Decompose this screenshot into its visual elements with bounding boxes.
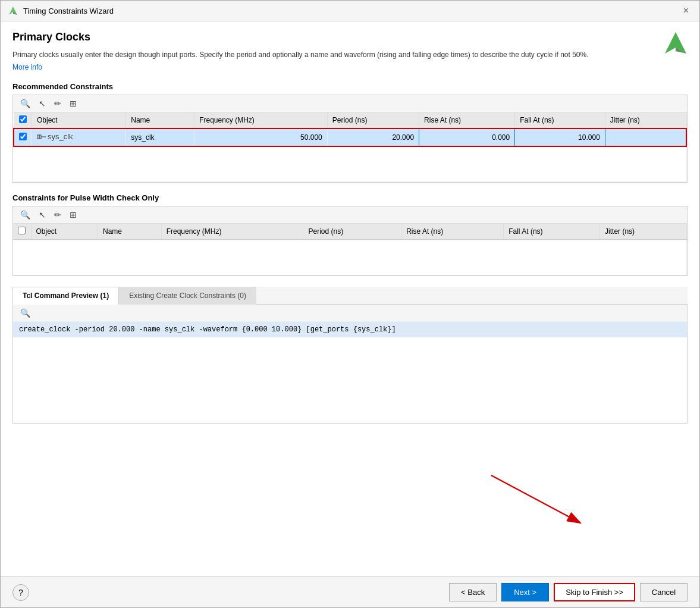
column-button-pulse[interactable]: ⊞ (67, 209, 79, 221)
pulse-col-object: Object (31, 224, 98, 240)
pulse-col-checkbox (13, 224, 31, 240)
row-object-cell: sys_clk (32, 129, 126, 146)
main-window: Timing Constraints Wizard × Primary Cloc… (0, 0, 700, 608)
app-icon (8, 5, 18, 16)
pulse-col-rise: Rise At (ns) (401, 224, 504, 240)
edit-icon-rec: ✏ (54, 99, 61, 108)
titlebar: Timing Constraints Wizard × (1, 1, 699, 21)
tab-existing-constraints[interactable]: Existing Create Clock Constraints (0) (119, 287, 256, 305)
clock-object-icon: sys_clk (37, 132, 73, 141)
recommended-table-container: 🔍 ↖ ✏ ⊞ (12, 95, 688, 183)
col-period: Period (ns) (327, 112, 419, 129)
pulse-empty-row (13, 240, 687, 275)
row-frequency-cell: 50.000 (194, 129, 328, 146)
pulse-toolbar: 🔍 ↖ ✏ ⊞ (13, 206, 687, 224)
column-button-rec[interactable]: ⊞ (67, 98, 79, 109)
pulse-col-jitter: Jitter (ns) (600, 224, 687, 240)
tab-toolbar: 🔍 (13, 305, 687, 322)
edit-icon-pulse: ✏ (54, 210, 61, 220)
tabs-section: Tcl Command Preview (1) Existing Create … (12, 287, 688, 424)
search-button-tcl[interactable]: 🔍 (18, 307, 33, 319)
more-info-link[interactable]: More info (12, 63, 42, 71)
help-button[interactable]: ? (12, 584, 29, 601)
recommended-toolbar: 🔍 ↖ ✏ ⊞ (13, 95, 687, 112)
pulse-header-row: Object Name Frequency (MHz) Period (ns) … (13, 224, 687, 240)
pulse-width-title: Constraints for Pulse Width Check Only (12, 193, 688, 202)
row-fall-cell[interactable]: 10.000 (515, 129, 605, 146)
pulse-col-name: Name (98, 224, 162, 240)
col-rise: Rise At (ns) (419, 112, 515, 129)
pulse-col-fall: Fall At (ns) (504, 224, 600, 240)
col-object: Object (32, 112, 126, 129)
table-row: sys_clk sys_clk 50.000 20.000 0.000 10.0… (14, 129, 686, 146)
recommended-title: Recommended Constraints (12, 82, 688, 91)
col-checkbox (14, 112, 32, 129)
pulse-width-section: Constraints for Pulse Width Check Only 🔍… (12, 193, 688, 276)
footer-left: ? (12, 584, 29, 601)
svg-rect-5 (39, 135, 41, 139)
row-rise-cell[interactable]: 0.000 (419, 129, 515, 146)
row-name-cell: sys_clk (126, 129, 194, 146)
table-header-row: Object Name Frequency (MHz) Period (ns) … (14, 112, 686, 129)
row-jitter-cell (605, 129, 686, 146)
svg-line-8 (491, 475, 580, 523)
pulse-table: Object Name Frequency (MHz) Period (ns) … (13, 224, 687, 275)
column-icon-rec: ⊞ (70, 99, 77, 108)
col-fall: Fall At (ns) (515, 112, 605, 129)
recommended-table: Object Name Frequency (MHz) Period (ns) … (13, 112, 687, 182)
main-content: Primary Clocks Primary clocks usually en… (1, 21, 699, 576)
col-jitter: Jitter (ns) (605, 112, 686, 129)
select-button-pulse[interactable]: ↖ (36, 209, 48, 221)
search-icon-tcl: 🔍 (20, 308, 30, 318)
footer-right: < Back Next > Skip to Finish >> Cancel (449, 583, 688, 601)
recommended-section: Recommended Constraints 🔍 ↖ ✏ ⊞ (12, 82, 688, 183)
tcl-empty-space (13, 337, 687, 421)
titlebar-left: Timing Constraints Wizard (8, 5, 114, 16)
edit-button-rec[interactable]: ✏ (52, 98, 64, 109)
clock-waveform-icon (37, 133, 46, 141)
vivado-logo (664, 31, 688, 55)
page-title: Primary Clocks (12, 31, 688, 43)
row-checkbox-cell (14, 129, 32, 146)
tabs-header: Tcl Command Preview (1) Existing Create … (12, 287, 688, 305)
column-icon-pulse: ⊞ (70, 210, 77, 220)
col-frequency: Frequency (MHz) (194, 112, 328, 129)
search-icon-pulse: 🔍 (20, 210, 30, 220)
cancel-button[interactable]: Cancel (640, 583, 688, 601)
edit-button-pulse[interactable]: ✏ (52, 209, 64, 221)
window-title: Timing Constraints Wizard (23, 7, 114, 15)
empty-row (14, 146, 686, 182)
tcl-command-text: create_clock -period 20.000 -name sys_cl… (13, 322, 687, 337)
pulse-width-table-container: 🔍 ↖ ✏ ⊞ (12, 206, 688, 276)
select-icon-rec: ↖ (39, 99, 46, 108)
back-button[interactable]: < Back (449, 583, 497, 601)
logo (664, 31, 688, 57)
close-button[interactable]: × (680, 4, 692, 17)
arrow-annotation (485, 469, 604, 535)
next-button[interactable]: Next > (501, 583, 549, 601)
tab-tcl-preview[interactable]: Tcl Command Preview (1) (12, 287, 119, 305)
col-name: Name (126, 112, 194, 129)
skip-to-finish-button[interactable]: Skip to Finish >> (554, 583, 635, 601)
search-icon-rec: 🔍 (20, 99, 30, 108)
footer: ? < Back Next > Skip to Finish >> Cancel (1, 576, 699, 607)
page-description: Primary clocks usually enter the design … (12, 49, 688, 60)
row-checkbox[interactable] (19, 133, 27, 140)
search-button-pulse[interactable]: 🔍 (18, 209, 33, 221)
select-button-rec[interactable]: ↖ (36, 98, 48, 109)
tab-content: 🔍 create_clock -period 20.000 -name sys_… (12, 305, 688, 424)
select-all-checkbox-rec[interactable] (19, 115, 27, 123)
row-period-cell[interactable]: 20.000 (327, 129, 419, 146)
pulse-col-period: Period (ns) (303, 224, 401, 240)
select-all-checkbox-pulse[interactable] (18, 227, 26, 234)
pulse-col-frequency: Frequency (MHz) (161, 224, 303, 240)
select-icon-pulse: ↖ (39, 210, 46, 220)
search-button-rec[interactable]: 🔍 (18, 98, 33, 109)
